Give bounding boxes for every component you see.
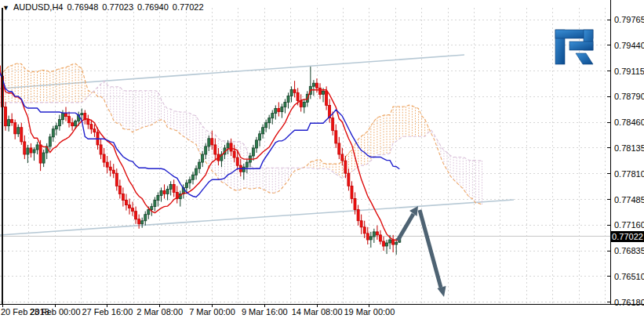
price-axis-label: 0.78135	[614, 143, 644, 153]
price-axis-label: 0.77160	[614, 220, 644, 230]
time-axis-label: 14 Mar 08:00	[292, 307, 343, 317]
time-axis-label: 9 Mar 16:00	[242, 307, 288, 317]
price-axis-label: 0.76510	[614, 272, 644, 281]
price-axis-label: 0.77810	[614, 169, 644, 179]
ohlc-open: 0.76948	[67, 2, 99, 12]
price-axis-label: 0.77485	[614, 195, 644, 204]
price-axis-label: 0.78460	[614, 118, 644, 127]
time-axis-label: 7 Mar 00:00	[189, 307, 235, 317]
ohlc-low: 0.76940	[137, 2, 169, 12]
price-axis-label: 0.76835	[614, 246, 644, 255]
symbol-dropdown-icon[interactable]: ▼	[2, 4, 9, 12]
time-axis-label: 27 Feb 16:00	[82, 307, 133, 317]
roboforex-logo-icon	[554, 28, 598, 67]
chart-symbol: AUDUSD,H4	[13, 2, 64, 12]
chart-canvas[interactable]	[0, 0, 644, 322]
time-axis-label: 2 Mar 08:00	[136, 307, 183, 317]
price-axis-label: 0.79440	[614, 41, 644, 50]
chart-title: ▼AUDUSD,H40.769480.770230.769400.77022	[2, 2, 208, 12]
price-axis-label: 0.78790	[614, 92, 644, 101]
mt4-chart-window: ▼AUDUSD,H40.769480.770230.769400.77022 0…	[0, 0, 644, 322]
time-axis-label: 23 Feb 00:00	[30, 307, 81, 317]
price-axis-label: 0.79765	[614, 15, 644, 24]
price-axis-label: 0.79115	[614, 67, 644, 76]
ohlc-high: 0.77023	[102, 2, 133, 12]
time-axis-label: 19 Mar 00:00	[344, 307, 395, 317]
price-axis-label: 0.76180	[614, 298, 644, 307]
ohlc-close: 0.77022	[173, 2, 204, 12]
current-price-label: 0.77022	[611, 231, 644, 242]
